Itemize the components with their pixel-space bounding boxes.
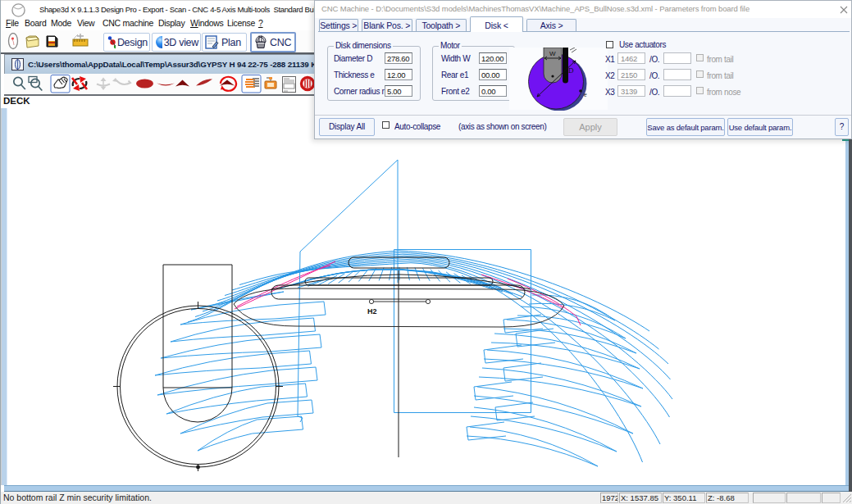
svg-text:W: W — [549, 50, 556, 57]
svg-text:D: D — [568, 66, 574, 75]
svg-text:H2: H2 — [367, 307, 377, 316]
svg-text:e: e — [584, 91, 587, 98]
